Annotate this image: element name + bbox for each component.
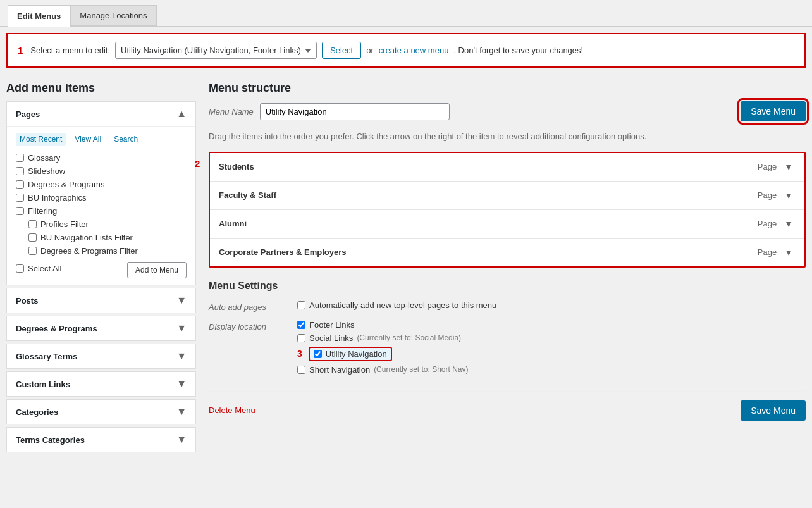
checkbox-select-all[interactable]: Select All	[16, 264, 61, 273]
select-button[interactable]: Select	[322, 42, 361, 59]
pages-section: Pages ▲ Most Recent View All Search Glos…	[6, 101, 196, 285]
terms-section: Terms Categories ▼	[6, 427, 196, 452]
categories-section-label: Categories	[16, 407, 58, 417]
utility-nav-checkbox[interactable]	[314, 350, 322, 358]
menu-item-corporate-expand[interactable]: ▼	[782, 246, 796, 259]
menu-item-faculty-staff[interactable]: Faculty & Staff Page ▼	[210, 182, 804, 210]
social-links-label[interactable]: Social Links (Currently set to: Social M…	[297, 333, 806, 343]
pages-section-header[interactable]: Pages ▲	[7, 102, 195, 126]
menu-items-box: Students Page ▼ Faculty & Staff Page ▼ A…	[209, 152, 806, 268]
menu-item-students[interactable]: Students Page ▼	[210, 153, 804, 182]
posts-section: Posts ▼	[6, 288, 196, 313]
left-panel: Add menu items Pages ▲ Most Recent View …	[6, 74, 196, 455]
terms-section-header[interactable]: Terms Categories ▼	[7, 428, 195, 452]
posts-section-header[interactable]: Posts ▼	[7, 288, 195, 313]
menu-select-bar: 1 Select a menu to edit: Utility Navigat…	[6, 33, 806, 68]
utility-nav-text: Utility Navigation	[326, 349, 387, 359]
menu-item-alumni-expand[interactable]: ▼	[782, 218, 796, 230]
step2-label: 2	[195, 158, 200, 169]
auto-add-check-label: Automatically add new top-level pages to…	[309, 300, 496, 310]
pages-collapse-icon: ▲	[176, 108, 187, 120]
checkbox-slideshow-input[interactable]	[16, 167, 24, 175]
checkbox-filtering[interactable]: Filtering	[16, 206, 187, 216]
menu-name-label: Menu Name	[209, 107, 254, 116]
custom-links-section-label: Custom Links	[16, 380, 70, 389]
save-menu-bottom-button[interactable]: Save Menu	[741, 400, 806, 421]
menu-item-students-expand[interactable]: ▼	[782, 161, 796, 173]
menu-item-faculty-expand[interactable]: ▼	[782, 189, 796, 202]
footer-links-label[interactable]: Footer Links	[297, 320, 806, 330]
delete-menu-link[interactable]: Delete Menu	[209, 406, 255, 415]
checkbox-bu-nav-filter-input[interactable]	[28, 233, 37, 242]
menu-name-input[interactable]	[260, 103, 450, 120]
social-links-text: Social Links	[309, 333, 353, 343]
short-nav-label[interactable]: Short Navigation (Currently set to: Shor…	[297, 365, 806, 375]
checkbox-bu-nav-filter[interactable]: BU Navigation Lists Filter	[28, 233, 187, 242]
create-new-menu-link[interactable]: create a new menu	[379, 46, 449, 55]
tab-search[interactable]: Search	[110, 133, 142, 146]
checkbox-profiles-filter-input[interactable]	[28, 220, 37, 228]
select-menu-label: Select a menu to edit:	[30, 46, 110, 55]
footer-links-checkbox[interactable]	[297, 321, 305, 329]
display-location-row: Display location Footer Links Social Lin…	[209, 320, 806, 378]
pages-section-label: Pages	[16, 109, 40, 119]
glossary-section-header[interactable]: Glossary Terms ▼	[7, 344, 195, 368]
menu-item-corporate-right: Page ▼	[758, 246, 796, 259]
menu-structure-title: Menu structure	[209, 74, 806, 101]
checkbox-glossary[interactable]: Glossary	[16, 153, 187, 163]
tab-manage-locations[interactable]: Manage Locations	[70, 5, 156, 26]
custom-links-expand-icon: ▼	[176, 378, 187, 390]
tab-edit-menus[interactable]: Edit Menus	[8, 5, 70, 27]
add-to-menu-button[interactable]: Add to Menu	[127, 262, 187, 278]
add-menu-items-title: Add menu items	[6, 74, 196, 101]
glossary-expand-icon: ▼	[176, 350, 187, 362]
auto-add-checkbox-label[interactable]: Automatically add new top-level pages to…	[297, 300, 806, 310]
select-all-row: Select All Add to Menu	[16, 262, 187, 278]
checkbox-select-all-input[interactable]	[16, 264, 24, 273]
checkbox-slideshow[interactable]: Slideshow	[16, 166, 187, 176]
auto-add-label: Auto add pages	[209, 300, 297, 312]
checkbox-profiles-filter[interactable]: Profiles Filter	[28, 220, 187, 229]
degrees-section: Degrees & Programs ▼	[6, 316, 196, 341]
save-menu-top-button[interactable]: Save Menu	[741, 101, 806, 121]
social-links-checkbox[interactable]	[297, 334, 305, 342]
checkbox-degrees[interactable]: Degrees & Programs	[16, 180, 187, 189]
posts-expand-icon: ▼	[176, 295, 187, 306]
short-nav-checkbox[interactable]	[297, 366, 305, 374]
utility-nav-label[interactable]: Utility Navigation	[309, 347, 392, 361]
checkbox-bu-infographics[interactable]: BU Infographics	[16, 193, 187, 202]
checkbox-bu-infographics-input[interactable]	[16, 194, 24, 202]
right-panel: Menu structure Menu Name Save Menu Drag …	[196, 74, 806, 455]
glossary-section-label: Glossary Terms	[16, 352, 77, 361]
degrees-expand-icon: ▼	[176, 323, 187, 334]
menu-item-corporate[interactable]: Corporate Partners & Employers Page ▼	[210, 239, 804, 266]
menu-settings-title: Menu Settings	[209, 280, 806, 292]
terms-section-label: Terms Categories	[16, 435, 85, 445]
categories-section-header[interactable]: Categories ▼	[7, 400, 195, 424]
menu-item-alumni[interactable]: Alumni Page ▼	[210, 210, 804, 239]
menu-dropdown[interactable]: Utility Navigation (Utility Navigation, …	[115, 42, 317, 59]
degrees-section-header[interactable]: Degrees & Programs ▼	[7, 316, 195, 340]
auto-add-checkbox[interactable]	[297, 301, 305, 309]
display-location-label: Display location	[209, 320, 297, 331]
utility-nav-row: 3 Utility Navigation	[297, 347, 806, 361]
categories-expand-icon: ▼	[176, 406, 187, 418]
or-text: or	[366, 46, 374, 55]
checkbox-degrees-filter[interactable]: Degrees & Programs Filter	[28, 246, 187, 256]
short-nav-note: (Currently set to: Short Nav)	[374, 365, 468, 374]
pages-tabs-row: Most Recent View All Search	[16, 133, 187, 146]
menu-item-alumni-right: Page ▼	[758, 218, 796, 230]
tab-view-all[interactable]: View All	[71, 133, 105, 146]
checkbox-glossary-input[interactable]	[16, 154, 24, 162]
step3-label: 3	[297, 349, 302, 359]
menu-name-row: Menu Name Save Menu	[209, 101, 806, 121]
checkbox-filtering-input[interactable]	[16, 207, 24, 215]
step1-label: 1	[18, 45, 23, 56]
tab-most-recent[interactable]: Most Recent	[16, 133, 66, 146]
checkbox-degrees-input[interactable]	[16, 180, 24, 189]
main-content: Add menu items Pages ▲ Most Recent View …	[6, 74, 806, 455]
custom-links-section-header[interactable]: Custom Links ▼	[7, 372, 195, 396]
checkbox-degrees-filter-input[interactable]	[28, 247, 37, 255]
terms-expand-icon: ▼	[176, 434, 187, 445]
footer-links-text: Footer Links	[309, 320, 355, 330]
